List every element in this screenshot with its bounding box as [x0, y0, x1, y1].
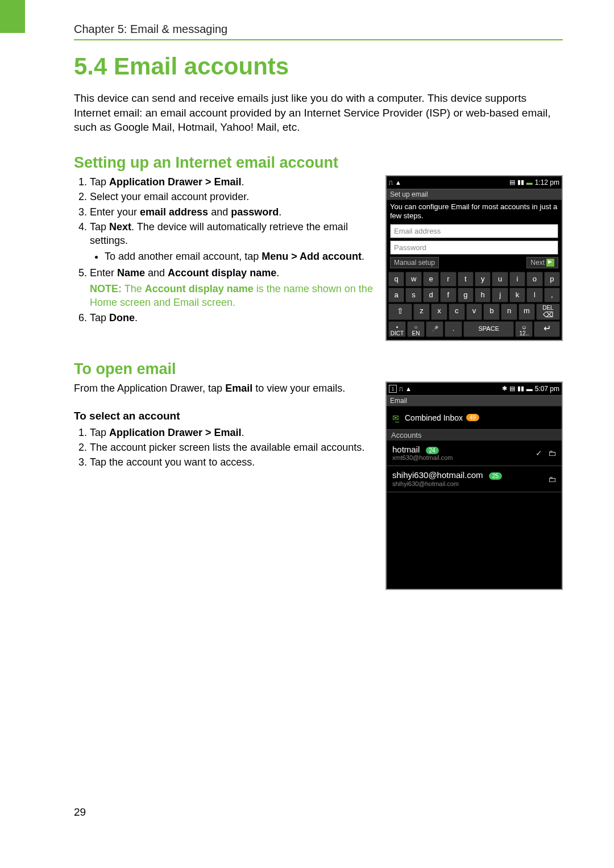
setup-instructions: Tap Application Drawer > Email. Select y… — [74, 175, 375, 341]
combined-inbox-label: Combined Inbox — [405, 413, 463, 422]
key-comma[interactable]: , — [544, 288, 560, 302]
next-button[interactable]: Next — [526, 257, 558, 268]
step-4: Tap Next. The device will automatically … — [90, 220, 375, 264]
account-row-2[interactable]: shihyi630@hotmail.com 25 shihyi630@hotma… — [387, 466, 562, 492]
account-2-email: shihyi630@hotmail.com — [392, 480, 542, 487]
key-w[interactable]: w — [405, 272, 421, 286]
key-q[interactable]: q — [388, 272, 404, 286]
select-account-heading: To select an account — [74, 409, 375, 423]
password-field[interactable]: Password — [390, 240, 558, 255]
note-label: NOTE: — [90, 283, 122, 294]
key-dot[interactable]: . — [445, 321, 462, 337]
key-delete[interactable]: DEL — [536, 304, 560, 319]
account-row-1[interactable]: hotmail 24 xmt630@hotmail.com ✓ 🗀 — [387, 441, 562, 467]
key-enter[interactable] — [534, 321, 560, 337]
manual-setup-button[interactable]: Manual setup — [390, 257, 439, 268]
key-k[interactable]: k — [509, 288, 525, 302]
select-step-3: Tap the account you want to access. — [90, 455, 375, 469]
folder-icon[interactable]: 🗀 — [548, 448, 556, 458]
key-f[interactable]: f — [440, 288, 456, 302]
key-d[interactable]: d — [423, 288, 439, 302]
key-i[interactable]: i — [509, 272, 525, 286]
key-s[interactable]: s — [405, 288, 421, 302]
key-x[interactable]: x — [431, 304, 447, 319]
page-number: 29 — [74, 806, 86, 819]
key-lang[interactable]: ○EN — [407, 321, 425, 337]
config-msg: You can configure Email for most account… — [390, 202, 558, 221]
combined-inbox-row[interactable]: ✉̲ Combined Inbox 49 — [387, 406, 562, 430]
select-step-1: Tap Application Drawer > Email. — [90, 426, 375, 439]
side-tab — [0, 0, 25, 33]
key-g[interactable]: g — [458, 288, 474, 302]
intro-paragraph: This device can send and receive emails … — [74, 91, 563, 135]
key-y[interactable]: y — [475, 272, 491, 286]
key-p[interactable]: p — [544, 272, 560, 286]
sim-icon: ▤ — [509, 385, 515, 392]
open-email-lead: From the Application Drawer, tap Email t… — [74, 381, 375, 395]
account-1-name: hotmail 24 — [392, 445, 530, 455]
key-shift[interactable] — [388, 304, 412, 319]
keyboard: q w e r t y u i o p a s d f g h — [387, 269, 562, 339]
key-space[interactable]: SPACE — [463, 321, 514, 337]
combined-inbox-icon: ✉̲ — [392, 413, 399, 422]
key-l[interactable]: l — [526, 288, 542, 302]
key-j[interactable]: j — [492, 288, 508, 302]
battery-icon: ▬ — [526, 385, 533, 392]
key-h[interactable]: h — [475, 288, 491, 302]
step-5: Enter Name and Account display name. NOT… — [90, 266, 375, 310]
key-u[interactable]: u — [492, 272, 508, 286]
account-2-badge: 25 — [489, 472, 502, 480]
key-o[interactable]: o — [526, 272, 542, 286]
step-6: Tap Done. — [90, 311, 375, 325]
key-e[interactable]: e — [423, 272, 439, 286]
screenshot-setup-email: ⎍ ▲ ▤ ▮▮ ▬ 1:12 pm Set up email You can … — [385, 175, 563, 341]
subheading-open-email: To open email — [74, 360, 563, 378]
sim-icon: ▤ — [509, 178, 515, 186]
notif-icon: 1 — [389, 385, 397, 393]
battery-icon: ▬ — [526, 179, 533, 186]
folder-icon[interactable]: 🗀 — [548, 475, 556, 484]
status-bar: ⎍ ▲ ▤ ▮▮ ▬ 1:12 pm — [387, 176, 562, 189]
subheading-setup: Setting up an Internet email account — [74, 154, 563, 172]
select-step-2: The account picker screen lists the avai… — [90, 441, 375, 454]
key-dict[interactable]: •DICT — [388, 321, 406, 337]
key-mic[interactable] — [426, 321, 443, 337]
chapter-header: Chapter 5: Email & messaging — [74, 23, 563, 39]
step-1: Tap Application Drawer > Email. — [90, 175, 375, 189]
step-2: Select your email account provider. — [90, 190, 375, 203]
header-rule — [74, 39, 563, 40]
key-b[interactable]: b — [483, 304, 500, 319]
section-title: 5.4 Email accounts — [74, 53, 563, 80]
key-v[interactable]: v — [466, 304, 483, 319]
status-bar-2: 1 ⎍ ▲ ✱ ▤ ▮▮ ▬ 5:07 pm — [387, 383, 562, 395]
warning-icon: ▲ — [405, 385, 412, 392]
usb-icon: ⎍ — [389, 179, 393, 186]
key-t[interactable]: t — [458, 272, 474, 286]
signal-icon: ▮▮ — [517, 385, 524, 392]
key-n[interactable]: n — [501, 304, 517, 319]
combined-inbox-badge: 49 — [466, 414, 479, 421]
key-m[interactable]: m — [518, 304, 535, 319]
step-4-bullet: To add another email account, tap Menu >… — [105, 250, 375, 263]
status-time: 1:12 pm — [535, 178, 559, 186]
key-numbers[interactable]: ☺12.. — [515, 321, 533, 337]
usb-icon: ⎍ — [399, 385, 403, 392]
key-a[interactable]: a — [388, 288, 404, 302]
key-c[interactable]: c — [449, 304, 465, 319]
account-2-name: shihyi630@hotmail.com 25 — [392, 471, 542, 480]
note-text: The Account display name is the name sho… — [90, 283, 373, 308]
account-1-email: xmt630@hotmail.com — [392, 454, 530, 461]
step-3: Enter your email address and password. — [90, 205, 375, 219]
key-z[interactable]: z — [413, 304, 430, 319]
bt-icon: ✱ — [502, 385, 507, 392]
warning-icon: ▲ — [395, 179, 401, 186]
key-r[interactable]: r — [440, 272, 456, 286]
status-time-2: 5:07 pm — [535, 385, 559, 393]
screen-title-bar-2: Email — [387, 395, 562, 406]
account-1-badge: 24 — [426, 447, 439, 454]
check-icon: ✓ — [536, 448, 542, 458]
accounts-header: Accounts — [387, 430, 562, 441]
email-field[interactable]: Email address — [390, 224, 558, 238]
signal-icon: ▮▮ — [517, 178, 524, 186]
next-arrow-icon — [546, 259, 554, 267]
